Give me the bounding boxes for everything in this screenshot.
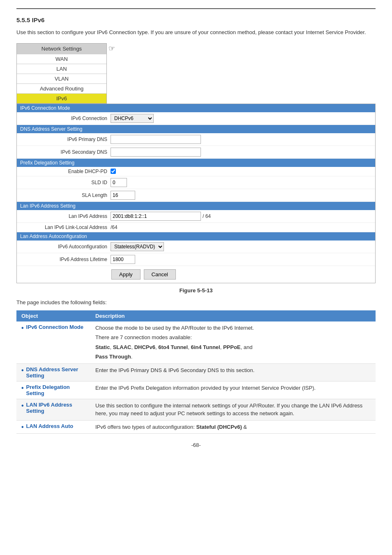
button-row: Apply Cancel [17, 266, 375, 283]
select-ipv6-connection[interactable]: DHCPv6 Static SLAAC 6to4 Tunnel 6in4 Tun… [111, 114, 154, 123]
top-border [16, 8, 376, 9]
bullet-item-lan-ipv6: • LAN IPv6 AddressSetting [21, 402, 85, 414]
desc-intro: The page includes the following fields: [16, 299, 376, 305]
menu-wrapper: Network Settings WAN LAN VLAN Advanced R… [16, 43, 376, 104]
row-ipv6-connection: IPv6 Connection DHCPv6 Static SLAAC 6to4… [17, 112, 375, 125]
desc-cell-lan-ipv6: Use this section to configure the intern… [90, 399, 376, 420]
label-ipv6-secondary-dns: IPv6 Secondary DNS [20, 149, 111, 155]
table-row: • DNS Address ServerSetting Enter the IP… [16, 363, 376, 381]
section-header-ipv6-connection-mode: IPv6 Connection Mode [17, 104, 375, 112]
figure-caption: Figure 5-5-13 [16, 287, 376, 294]
desc-cell-prefix-delegation: Enter the IPv6 Prefix Delegation informa… [90, 381, 376, 399]
bullet-icon: • [21, 366, 24, 374]
obj-cell-dns: • DNS Address ServerSetting [16, 363, 90, 381]
bullet-item-lan-address-auto: • LAN Address Auto [21, 423, 85, 431]
obj-cell-prefix-delegation: • Prefix DelegationSetting [16, 381, 90, 399]
menu-item-lan[interactable]: LAN [17, 64, 106, 74]
obj-label-dns: DNS Address ServerSetting [26, 366, 78, 379]
section-header-lan-ipv6-address: Lan IPv6 Address Setting [17, 202, 375, 210]
value-enable-dhcp-pd [111, 169, 372, 174]
cursor-icon: ☞ [108, 44, 115, 53]
bullet-icon: • [21, 324, 24, 332]
label-lan-ipv6-address: Lan IPv6 Address [20, 213, 111, 219]
config-panel: IPv6 Connection Mode IPv6 Connection DHC… [16, 104, 376, 283]
description-table: Object Description • IPv6 Connection Mod… [16, 310, 376, 434]
label-enable-dhcp-pd: Enable DHCP-PD [20, 169, 111, 174]
page-number: -68- [16, 442, 376, 448]
checkbox-enable-dhcp-pd[interactable] [111, 169, 116, 174]
input-ipv6-primary-dns[interactable] [111, 135, 201, 144]
bullet-icon: • [21, 384, 24, 392]
section-header-dns: DNS Address Server Setting [17, 125, 375, 133]
bullet-icon: • [21, 423, 24, 431]
value-ipv6-primary-dns [111, 135, 372, 144]
desc-cell-ipv6-connection-mode: Choose the mode to be used by the AP/Rou… [90, 321, 376, 364]
table-row: • LAN IPv6 AddressSetting Use this secti… [16, 399, 376, 420]
col-header-object: Object [16, 310, 90, 321]
value-ipv6-secondary-dns [111, 148, 372, 157]
static-link-local: /64 [111, 224, 118, 230]
value-ipv6-autoconfig: Stateless(RADVD) Stateful(DHCPv6) [111, 242, 372, 251]
input-ipv6-address-lifetime[interactable] [111, 255, 135, 264]
row-lan-ipv6-address: Lan IPv6 Address / 64 [17, 210, 375, 223]
section-header-prefix-delegation: Prefix Delegation Setting [17, 159, 375, 167]
row-ipv6-primary-dns: IPv6 Primary DNS [17, 133, 375, 146]
label-ipv6-address-lifetime: IPv6 Address Lifetime [20, 257, 111, 262]
label-sla-length: SLA Length [20, 192, 111, 198]
obj-label-lan-ipv6: LAN IPv6 AddressSetting [26, 402, 72, 414]
slash-label-64: / 64 [203, 213, 211, 219]
input-ipv6-secondary-dns[interactable] [111, 148, 201, 157]
value-ipv6-connection: DHCPv6 Static SLAAC 6to4 Tunnel 6in4 Tun… [111, 114, 372, 123]
value-lan-ipv6-link-local: /64 [111, 224, 372, 230]
bullet-item-ipv6-connection-mode: • IPv6 Connection Mode [21, 324, 85, 332]
label-ipv6-connection: IPv6 Connection [20, 116, 111, 121]
bullet-item-dns: • DNS Address ServerSetting [21, 366, 85, 379]
obj-label-ipv6-connection-mode: IPv6 Connection Mode [26, 324, 83, 330]
select-ipv6-autoconfig[interactable]: Stateless(RADVD) Stateful(DHCPv6) [111, 242, 164, 251]
col-header-description: Description [90, 310, 376, 321]
row-sla-length: SLA Length [17, 189, 375, 202]
row-ipv6-address-lifetime: IPv6 Address Lifetime [17, 253, 375, 266]
section-header-lan-autoconfig: Lan Address Autoconfiguration [17, 232, 375, 240]
apply-button[interactable]: Apply [111, 269, 141, 280]
table-row: • Prefix DelegationSetting Enter the IPv… [16, 381, 376, 399]
menu-item-vlan[interactable]: VLAN [17, 74, 106, 83]
bullet-item-prefix-delegation: • Prefix DelegationSetting [21, 384, 85, 396]
bullet-icon: • [21, 402, 24, 409]
section-title: 5.5.5 IPv6 [16, 16, 376, 23]
desc-cell-dns: Enter the IPv6 Primary DNS & IPv6 Second… [90, 363, 376, 381]
table-row: • IPv6 Connection Mode Choose the mode t… [16, 321, 376, 364]
input-sld-id[interactable] [111, 178, 127, 187]
input-sla-length[interactable] [111, 191, 135, 200]
cancel-button[interactable]: Cancel [144, 269, 176, 280]
value-sld-id [111, 178, 372, 187]
label-lan-ipv6-link-local: Lan IPv6 Link-Local Address [20, 224, 111, 230]
label-ipv6-primary-dns: IPv6 Primary DNS [20, 136, 111, 142]
value-lan-ipv6-address: / 64 [111, 212, 372, 221]
obj-cell-ipv6-connection-mode: • IPv6 Connection Mode [16, 321, 90, 364]
row-enable-dhcp-pd: Enable DHCP-PD [17, 167, 375, 176]
input-lan-ipv6-address[interactable] [111, 212, 201, 221]
obj-cell-lan-ipv6: • LAN IPv6 AddressSetting [16, 399, 90, 420]
label-ipv6-autoconfig: IPv6 Autoconfiguration [20, 244, 111, 250]
menu-header: Network Settings [17, 44, 106, 54]
value-sla-length [111, 191, 372, 200]
obj-label-lan-address-auto: LAN Address Auto [26, 423, 74, 429]
row-ipv6-secondary-dns: IPv6 Secondary DNS [17, 146, 375, 159]
menu-item-ipv6[interactable]: IPv6 [17, 93, 106, 103]
label-sld-id: SLD ID [20, 180, 111, 185]
row-lan-ipv6-link-local: Lan IPv6 Link-Local Address /64 [17, 223, 375, 232]
obj-label-prefix-delegation: Prefix DelegationSetting [26, 384, 70, 396]
menu-item-wan[interactable]: WAN [17, 54, 106, 64]
row-sld-id: SLD ID [17, 176, 375, 189]
menu-item-advanced-routing[interactable]: Advanced Routing [17, 83, 106, 93]
row-ipv6-autoconfig: IPv6 Autoconfiguration Stateless(RADVD) … [17, 240, 375, 253]
desc-cell-lan-address-auto: IPv6 offers two types of autoconfigurati… [90, 420, 376, 434]
network-menu: Network Settings WAN LAN VLAN Advanced R… [16, 43, 107, 104]
table-row: • LAN Address Auto IPv6 offers two types… [16, 420, 376, 434]
value-ipv6-address-lifetime [111, 255, 372, 264]
intro-text: Use this section to configure your IPv6 … [16, 28, 376, 37]
obj-cell-lan-address-auto: • LAN Address Auto [16, 420, 90, 434]
